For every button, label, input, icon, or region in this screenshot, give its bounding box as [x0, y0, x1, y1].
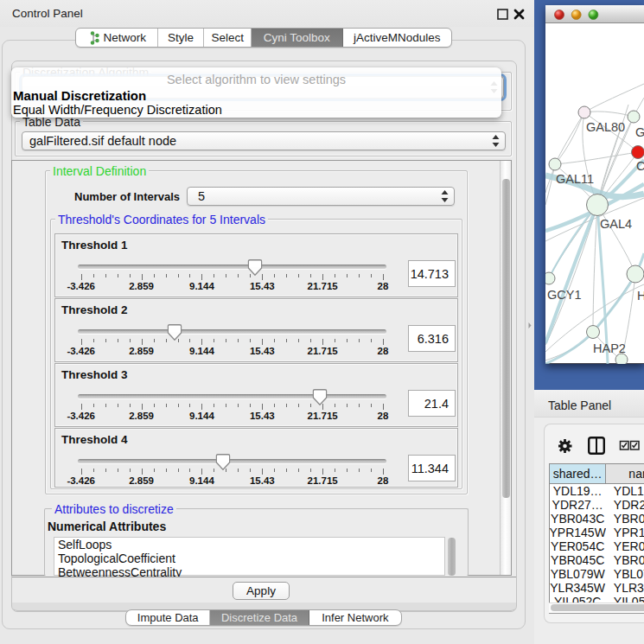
- svg-text:HAP2: HAP2: [593, 341, 626, 355]
- svg-text:GAL80: GAL80: [586, 120, 625, 134]
- svg-text:GCY1: GCY1: [547, 288, 582, 302]
- svg-text:G: G: [635, 125, 644, 139]
- svg-text:H: H: [637, 289, 644, 303]
- svg-text:GAL11: GAL11: [556, 172, 594, 186]
- svg-text:GAL4: GAL4: [600, 217, 632, 231]
- svg-text:C: C: [636, 159, 644, 173]
